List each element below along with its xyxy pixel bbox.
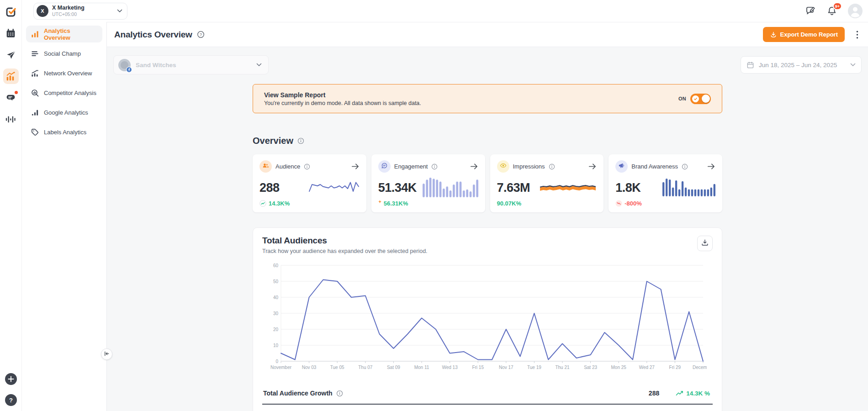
notification-dot [15,91,18,94]
check-icon [692,95,699,102]
rail-item-conversations[interactable] [3,90,19,105]
svg-text:Wed 13: Wed 13 [442,365,458,370]
svg-text:40: 40 [273,295,279,300]
listening-icon [5,114,16,125]
publish-send-icon [5,49,16,61]
arrow-right-icon[interactable] [351,162,360,171]
metric-card-audience[interactable]: Audience 288 14.3K% [253,154,366,212]
growth-row-label: Total Audience Growth [263,390,333,397]
megaphone-icon [615,160,628,173]
arrow-right-icon[interactable] [470,162,478,171]
chat-icon [378,160,391,173]
chevron-down-icon [256,63,262,67]
main-area: Analytics Overview ? Export Demo Report [107,22,868,411]
export-demo-report-button[interactable]: Export Demo Report [763,27,845,42]
profile-selector[interactable]: Sand Witches [113,55,269,74]
eye-icon [497,160,509,173]
icon-rail: ? [0,0,22,411]
kebab-icon [856,33,859,41]
sidebar-item-analytics-overview[interactable]: Analytics Overview [26,26,102,42]
svg-text:?: ? [9,397,13,404]
profile-selector-label: Sand Witches [136,62,176,68]
arrow-right-icon[interactable] [588,162,597,171]
metric-card-brand-awareness[interactable]: Brand Awareness 1.8K [609,154,722,212]
metric-delta: -800% [615,200,715,207]
sidebar-item-label: Competitor Analysis [44,90,96,96]
info-icon[interactable] [304,163,310,170]
svg-text:30: 30 [273,311,279,316]
rail-item-publish[interactable] [3,47,19,63]
notifications-button[interactable]: 9+ [826,5,837,16]
date-range-picker[interactable]: Jun 18, 2025 – Jun 24, 2025 [741,56,862,74]
feedback-button[interactable] [805,5,816,16]
info-icon[interactable] [682,163,688,170]
sidebar-item-network-overview[interactable]: Network Overview [26,65,102,82]
sidebar-item-social-champ[interactable]: Social Champ [26,45,102,62]
profile-avatar [118,59,131,71]
sidebar-item-label: Analytics Overview [44,27,98,41]
sidebar-item-label: Network Overview [44,70,92,77]
sidebar-item-labels-analytics[interactable]: Labels Analytics [26,124,102,141]
metric-value: 7.63M [497,181,530,195]
svg-text:0: 0 [275,359,278,364]
workspace-selector[interactable]: X X Marketing UTC+05:00 [33,3,127,20]
metric-delta: 56.31K% [378,200,478,207]
impressions-sparkline [539,179,597,196]
rail-item-analytics[interactable] [3,68,19,84]
info-icon[interactable] [431,163,438,170]
network-chart-icon [31,69,39,78]
panel-subtitle: Track how your audience has expanded ove… [262,248,428,254]
more-options-button[interactable] [856,30,859,39]
total-audiences-panel: Total Audiences Track how your audience … [253,227,722,411]
svg-text:Nov 17: Nov 17 [499,365,513,370]
svg-text:Thu 07: Thu 07 [358,365,373,370]
page-header: Analytics Overview ? Export Demo Report [107,22,868,47]
analytics-icon [5,71,16,82]
sample-report-toggle[interactable] [690,94,711,104]
align-left-icon [31,49,39,58]
trend-up-circle-icon [259,200,266,207]
help-button[interactable]: ? [5,394,17,406]
facebook-badge-icon [126,67,132,73]
collapse-icon [104,350,110,358]
chevron-down-icon [117,9,122,13]
question-circle-icon: ? [197,32,205,40]
sparkle-icon [378,200,381,203]
user-avatar[interactable] [848,4,863,18]
content-area: Sand Witches Jun 18, 2025 – Jun 24, 2025 [107,47,868,411]
metric-card-engagement[interactable]: Engagement 51.34K 56 [371,154,485,212]
analytics-sidebar: Analytics Overview Social Champ Network … [22,22,107,411]
app-root: ? X X Marketing UTC+05:00 9+ [0,0,868,411]
info-icon[interactable] [549,163,555,170]
metric-card-impressions[interactable]: Impressions 7.63M 90.07K% [490,154,604,212]
sidebar-item-competitor-analysis[interactable]: Competitor Analysis [26,84,102,101]
bell-icon [826,10,837,18]
growth-row-value: 288 [649,390,659,397]
metric-label: Brand Awareness [631,163,678,170]
sidebar-item-google-analytics[interactable]: Google Analytics [26,104,102,121]
banner-title: View Sample Report [264,91,421,99]
svg-text:Tue 19: Tue 19 [527,365,541,370]
svg-text:Nov 03: Nov 03 [302,365,317,370]
info-icon[interactable] [336,390,343,397]
sidebar-collapse-button[interactable] [101,348,112,360]
growth-table-header-row[interactable]: Total Audience Growth 288 14.3K % [262,384,713,405]
svg-text:Mon 11: Mon 11 [414,365,429,370]
arrow-right-icon[interactable] [707,162,715,171]
topbar: X X Marketing UTC+05:00 9+ [22,0,868,22]
metric-label: Audience [275,163,300,170]
info-icon[interactable] [297,137,304,144]
conversations-icon [5,92,16,104]
people-icon [259,160,272,173]
sidebar-item-label: Social Champ [44,50,81,57]
rail-item-calendar[interactable] [3,26,19,41]
rail-item-listening[interactable] [3,111,19,127]
workspace-timezone: UTC+05:00 [52,11,85,17]
metric-label: Engagement [394,163,428,170]
page-help-button[interactable]: ? [197,31,205,38]
brand-awareness-sparkline [662,177,715,198]
growth-row-delta: 14.3K % [676,390,710,397]
chart-download-button[interactable] [697,236,713,251]
dot-bars-icon [31,108,39,117]
add-button[interactable] [5,373,17,385]
